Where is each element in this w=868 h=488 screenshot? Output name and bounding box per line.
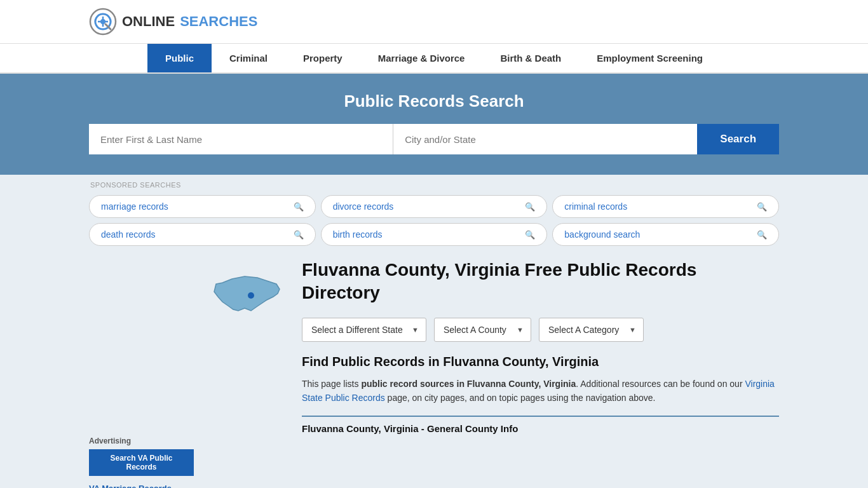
sponsored-grid: marriage records 🔍 divorce records 🔍 cri…: [89, 195, 779, 246]
content-wrapper: Advertising Search VA Public Records VA …: [0, 246, 868, 488]
desc-part3: page, on city pages, and on topic pages …: [385, 393, 656, 403]
category-dropdown[interactable]: Select A Category: [539, 318, 644, 342]
nav-property[interactable]: Property: [285, 44, 360, 72]
list-item: VA Marriage Records: [89, 482, 194, 488]
sponsored-item-death[interactable]: death records 🔍: [89, 223, 316, 246]
sponsored-item-label: birth records: [333, 229, 383, 240]
county-dropdown-wrapper: Select A County: [434, 318, 531, 342]
sponsored-label: SPONSORED SEARCHES: [89, 181, 779, 189]
sponsored-item-label: marriage records: [101, 201, 168, 212]
directory-content: Fluvanna County, Virginia Free Public Re…: [302, 259, 779, 434]
main-content: Fluvanna County, Virginia Free Public Re…: [194, 246, 779, 488]
sidebar-ad-button[interactable]: Search VA Public Records: [89, 449, 194, 476]
nav-employment[interactable]: Employment Screening: [579, 44, 721, 72]
logo-text-searches: SEARCHES: [180, 13, 257, 30]
sponsored-item-divorce[interactable]: divorce records 🔍: [321, 195, 548, 218]
state-map: [207, 259, 289, 331]
search-icon: 🔍: [294, 230, 304, 240]
sidebar-link-marriage[interactable]: VA Marriage Records: [89, 484, 172, 488]
sponsored-item-birth[interactable]: birth records 🔍: [321, 223, 548, 246]
name-input[interactable]: [89, 124, 393, 154]
logo-icon: [89, 8, 117, 36]
search-icon: 🔍: [525, 230, 535, 240]
site-header: ONLINE SEARCHES: [0, 0, 868, 44]
location-input[interactable]: [393, 124, 697, 154]
search-icon: 🔍: [757, 230, 767, 240]
nav-public[interactable]: Public: [147, 44, 212, 72]
county-info-title: Fluvanna County, Virginia - General Coun…: [302, 416, 779, 434]
nav-criminal[interactable]: Criminal: [212, 44, 285, 72]
sponsored-item-label: divorce records: [333, 201, 394, 212]
logo[interactable]: ONLINE SEARCHES: [89, 8, 257, 36]
state-dropdown-wrapper: Select a Different State: [302, 318, 426, 342]
hero-section: Public Records Search Search: [0, 74, 868, 175]
sidebar: Advertising Search VA Public Records VA …: [89, 246, 194, 488]
sponsored-item-label: death records: [101, 229, 156, 240]
hero-search-bar: Search: [89, 124, 779, 154]
main-nav: Public Criminal Property Marriage & Divo…: [0, 44, 868, 74]
search-icon: 🔍: [294, 202, 304, 212]
dropdowns-row: Select a Different State Select A County…: [302, 318, 779, 342]
virginia-map-svg: [207, 265, 289, 329]
desc-part2: . Additional resources can be found on o…: [576, 379, 745, 389]
advertising-label: Advertising: [89, 437, 194, 445]
sponsored-item-marriage[interactable]: marriage records 🔍: [89, 195, 316, 218]
svg-point-2: [248, 292, 254, 299]
sponsored-section: SPONSORED SEARCHES marriage records 🔍 di…: [0, 175, 868, 246]
sidebar-links: VA Marriage Records VA Divorce Records V…: [89, 482, 194, 488]
sponsored-item-label: background search: [564, 229, 640, 240]
sponsored-item-label: criminal records: [564, 201, 627, 212]
nav-marriage-divorce[interactable]: Marriage & Divorce: [360, 44, 483, 72]
sponsored-item-background[interactable]: background search 🔍: [552, 223, 779, 246]
state-dropdown[interactable]: Select a Different State: [302, 318, 426, 342]
svg-point-1: [100, 19, 105, 24]
logo-text-online: ONLINE: [122, 13, 175, 30]
directory-section: Fluvanna County, Virginia Free Public Re…: [207, 246, 779, 447]
directory-title: Fluvanna County, Virginia Free Public Re…: [302, 259, 779, 305]
find-title: Find Public Records in Fluvanna County, …: [302, 355, 779, 369]
search-icon: 🔍: [757, 202, 767, 212]
county-dropdown[interactable]: Select A County: [434, 318, 531, 342]
search-icon: 🔍: [525, 202, 535, 212]
category-dropdown-wrapper: Select A Category: [539, 318, 644, 342]
find-description: This page lists public record sources in…: [302, 377, 779, 405]
desc-part1: This page lists: [302, 379, 361, 389]
search-button[interactable]: Search: [697, 124, 779, 154]
desc-bold: public record sources in Fluvanna County…: [361, 379, 576, 389]
sponsored-item-criminal[interactable]: criminal records 🔍: [552, 195, 779, 218]
nav-birth-death[interactable]: Birth & Death: [482, 44, 579, 72]
hero-title: Public Records Search: [89, 92, 779, 111]
